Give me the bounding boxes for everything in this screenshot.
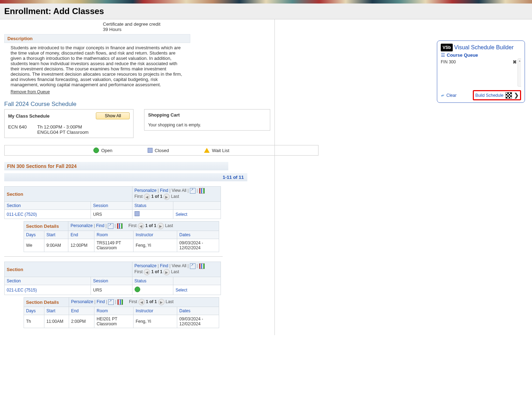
last-link[interactable]: Last — [165, 223, 173, 228]
prev-page-icon[interactable]: ◀ — [144, 194, 150, 200]
personalize-link[interactable]: Personalize — [70, 223, 93, 228]
schedule-time: Th 12:00PM - 3:00PM — [37, 124, 89, 130]
vsb-title: Visual Schedule Builder — [454, 44, 514, 51]
details-start: 11:00AM — [44, 315, 69, 328]
next-page-icon[interactable]: ▶ — [163, 194, 170, 200]
pager: First ◀ 1 of 1 ▶ Last — [135, 269, 179, 274]
details-days: We — [24, 239, 44, 252]
prev-page-icon[interactable]: ◀ — [138, 299, 145, 305]
view-all-link[interactable]: View All — [172, 188, 186, 193]
page-indicator: 1 of 1 — [151, 269, 162, 274]
popup-icon[interactable] — [108, 223, 113, 229]
col-start[interactable]: Start — [44, 231, 68, 239]
col-room[interactable]: Room — [94, 231, 134, 239]
section-link[interactable]: 021-LEC (7515) — [7, 288, 37, 293]
col-section[interactable]: Section — [5, 277, 91, 285]
page-indicator: 1 of 1 — [146, 299, 157, 304]
first-link[interactable]: First — [129, 299, 137, 304]
personalize-link[interactable]: Personalize — [71, 299, 93, 304]
col-status[interactable]: Status — [132, 202, 173, 210]
select-link[interactable]: Select — [175, 212, 187, 217]
layers-icon: ☰ — [441, 52, 445, 58]
col-end[interactable]: End — [68, 231, 94, 239]
section-table: Section Personalize | Find | View All | … — [4, 186, 221, 219]
next-page-icon[interactable]: ▶ — [163, 269, 170, 275]
my-class-schedule-title: My Class Schedule — [8, 113, 50, 119]
open-status-icon — [135, 287, 140, 292]
col-dates[interactable]: Dates — [177, 307, 219, 315]
last-link[interactable]: Last — [171, 269, 179, 274]
col-instructor[interactable]: Instructor — [133, 231, 177, 239]
download-icon[interactable] — [117, 299, 123, 305]
select-link[interactable]: Select — [175, 288, 187, 293]
section-row: 021-LEC (7515) URS Select — [5, 285, 221, 295]
next-page-icon[interactable]: ▶ — [158, 299, 165, 305]
clear-queue-button[interactable]: ✒ Clear — [441, 93, 457, 98]
view-all-link[interactable]: View All — [172, 263, 186, 268]
section-table: Section Personalize | Find | View All | … — [4, 262, 221, 295]
term-title: Fall 2024 Course Schedule — [4, 101, 270, 108]
next-page-icon[interactable]: ▶ — [157, 223, 164, 229]
page-title: Enrollment: Add Classes — [4, 6, 528, 16]
prev-page-icon[interactable]: ◀ — [144, 269, 150, 275]
scroll-up-icon[interactable]: ▴ — [518, 59, 521, 62]
grid-title: Section — [7, 267, 23, 272]
first-link[interactable]: First — [128, 223, 136, 228]
popup-icon[interactable] — [190, 263, 196, 269]
download-icon[interactable] — [117, 223, 123, 229]
details-end: 12:00PM — [68, 239, 94, 252]
col-session[interactable]: Session — [91, 202, 132, 210]
scrollbar[interactable]: ▴ — [518, 58, 521, 87]
col-status[interactable]: Status — [132, 277, 173, 285]
col-dates[interactable]: Dates — [177, 231, 219, 239]
first-link[interactable]: First — [135, 269, 143, 274]
shopping-cart-empty: Your shopping cart is empty. — [148, 123, 266, 127]
remove-queue-item-icon[interactable]: ✖ — [513, 59, 517, 65]
closed-icon — [148, 148, 153, 153]
remove-from-queue-link[interactable]: Remove from Queue — [11, 89, 50, 94]
vsb-queue-label: Course Queue — [447, 52, 478, 58]
show-all-button[interactable]: Show All — [96, 112, 130, 119]
popup-icon[interactable] — [190, 188, 196, 194]
personalize-link[interactable]: Personalize — [135, 263, 157, 268]
details-room: TRS1149 PT Classroom — [94, 239, 134, 252]
details-dates: 09/03/2024 - 12/02/2024 — [177, 315, 219, 328]
popup-icon[interactable] — [108, 299, 114, 305]
details-start: 9:00AM — [44, 239, 68, 252]
last-link[interactable]: Last — [166, 299, 174, 304]
download-icon[interactable] — [199, 188, 205, 194]
col-days[interactable]: Days — [24, 231, 44, 239]
my-class-schedule-box: My Class Schedule Show All ECN 640 Th 12… — [4, 109, 134, 138]
col-instructor[interactable]: Instructor — [133, 307, 177, 315]
details-end: 2:00PM — [69, 315, 94, 328]
col-days[interactable]: Days — [24, 307, 44, 315]
build-schedule-button[interactable]: Build Schedule ❯ — [473, 90, 521, 100]
find-link[interactable]: Find — [96, 223, 104, 228]
shopping-cart-box: Shopping Cart Your shopping cart is empt… — [144, 109, 270, 131]
download-icon[interactable] — [199, 263, 205, 269]
page-indicator: 1 of 1 — [145, 223, 156, 228]
prev-page-icon[interactable]: ◀ — [138, 223, 144, 229]
credit-line-1: Certificate and degree credit — [103, 21, 270, 27]
waitlist-icon — [204, 148, 210, 153]
page-header: Enrollment: Add Classes — [0, 4, 532, 19]
col-end[interactable]: End — [69, 307, 94, 315]
col-session[interactable]: Session — [91, 277, 132, 285]
find-link[interactable]: Find — [160, 188, 168, 193]
col-section[interactable]: Section — [5, 202, 91, 210]
find-link[interactable]: Find — [160, 263, 168, 268]
col-room[interactable]: Room — [94, 307, 134, 315]
section-details-table: Section Details Personalize | Find | | F… — [24, 297, 219, 328]
find-link[interactable]: Find — [97, 299, 105, 304]
first-link[interactable]: First — [135, 194, 143, 199]
schedule-course: ECN 640 — [8, 124, 27, 135]
details-row: We 9:00AM 12:00PM TRS1149 PT Classroom F… — [24, 239, 219, 252]
vsb-queue-list: FIN 300 ✖ ▴ — [441, 58, 521, 87]
last-link[interactable]: Last — [171, 194, 179, 199]
section-link[interactable]: 011-LEC (7520) — [7, 212, 37, 217]
clear-queue-label: Clear — [446, 93, 457, 98]
personalize-link[interactable]: Personalize — [135, 188, 157, 193]
sections-count: 1-11 of 11 — [223, 175, 244, 180]
col-start[interactable]: Start — [44, 307, 69, 315]
vsb-queue-item-label: FIN 300 — [441, 59, 456, 64]
